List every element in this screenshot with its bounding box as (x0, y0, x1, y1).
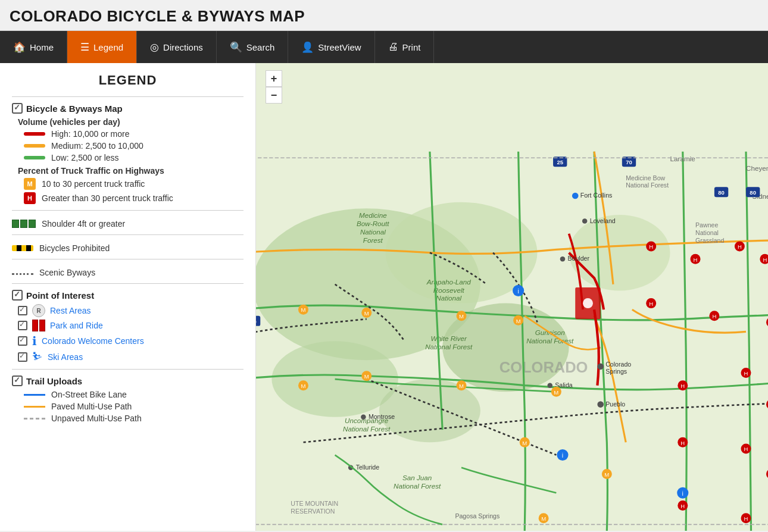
svg-text:Medicine: Medicine (359, 211, 387, 219)
rest-badge: R (32, 304, 45, 317)
paved-path-swatch (24, 406, 45, 408)
trail-checkbox[interactable] (12, 375, 23, 386)
svg-rect-123 (256, 316, 260, 326)
bicycles-label: Bicycles Prohibited (39, 243, 110, 253)
bicycles-section: Bicycles Prohibited (12, 234, 243, 259)
svg-text:70: 70 (626, 159, 632, 165)
nav-directions-label: Directions (163, 42, 203, 52)
svg-text:H: H (680, 440, 685, 446)
truck-m-badge: M (24, 178, 36, 190)
svg-point-27 (582, 218, 587, 223)
volume-high-label: High: 10,000 or more (51, 129, 130, 139)
ski-checkbox[interactable] (18, 352, 27, 362)
svg-text:i: i (682, 490, 683, 497)
content-area: LEGEND Bicycle & Byways Map Volume (vehi… (0, 63, 768, 531)
bicycles-item: Bicycles Prohibited (12, 243, 243, 253)
rest-checkbox[interactable] (18, 306, 27, 315)
svg-text:COLORADO: COLORADO (499, 359, 588, 375)
svg-text:Montrose: Montrose (369, 413, 395, 420)
streetview-icon: 👤 (301, 41, 314, 54)
svg-point-31 (597, 364, 604, 370)
svg-point-34 (547, 383, 552, 387)
nav-home-label: Home (30, 42, 54, 52)
svg-text:M: M (522, 440, 527, 446)
nav-legend[interactable]: ☰ Legend (67, 31, 137, 63)
nav-streetview-label: StreetView (318, 42, 361, 52)
nav-bar: 🏠 Home ☰ Legend ◎ Directions 🔍 Search 👤 … (0, 31, 768, 63)
scenic-label: Scenic Byways (39, 268, 95, 277)
home-icon: 🏠 (13, 41, 26, 54)
svg-text:M: M (301, 306, 306, 313)
svg-text:Bow-Routt: Bow-Routt (357, 220, 389, 227)
svg-text:National: National (360, 228, 386, 236)
nav-streetview[interactable]: 👤 StreetView (288, 31, 374, 63)
svg-text:Loveland: Loveland (590, 217, 616, 224)
svg-text:25: 25 (557, 159, 563, 165)
map-svg: Medicine Bow-Routt National Forest Arapa… (256, 63, 768, 531)
volume-high: High: 10,000 or more (24, 129, 243, 139)
volume-medium: Medium: 2,500 to 10,000 (24, 141, 243, 151)
bike-lane-label: On-Street Bike Lane (51, 390, 127, 399)
svg-text:Pueblo: Pueblo (605, 400, 625, 408)
svg-text:Forest: Forest (363, 236, 383, 244)
print-icon: 🖨 (388, 41, 398, 53)
svg-point-29 (560, 256, 565, 261)
zoom-out-button[interactable]: − (266, 87, 282, 104)
svg-text:H: H (680, 383, 685, 389)
svg-text:i: i (562, 452, 563, 459)
nav-search[interactable]: 🔍 Search (217, 31, 289, 63)
svg-text:M: M (516, 318, 521, 324)
svg-text:70: 70 (256, 318, 257, 325)
map-area[interactable]: + − Medicine Bow-Routt National Forest A… (256, 63, 768, 531)
shoulder-swatch (12, 220, 36, 228)
svg-text:Roosevelt: Roosevelt (433, 286, 465, 294)
svg-text:Pagosa Springs: Pagosa Springs (455, 512, 499, 520)
welcome-checkbox[interactable] (18, 336, 27, 346)
bike-lane-swatch (24, 394, 45, 396)
svg-text:Boulder: Boulder (567, 255, 589, 262)
truck-h-label: Greater than 30 percent truck traffic (42, 193, 173, 203)
svg-text:UTE MOUNTAIN: UTE MOUNTAIN (291, 500, 338, 507)
poi-section: Point of Interest R Rest Areas Park and … (12, 283, 243, 369)
svg-text:H: H (712, 313, 716, 320)
bicycle-byways-section: Bicycle & Byways Map Volume (vehicles pe… (12, 96, 243, 210)
trail-unpaved: Unpaved Multi-Use Path (24, 414, 243, 423)
svg-text:80: 80 (718, 189, 725, 196)
svg-text:Pawnee: Pawnee (695, 221, 718, 229)
bicycles-swatch (12, 245, 33, 251)
bicycle-byways-checkbox[interactable] (12, 103, 23, 114)
ski-label: Ski Areas (48, 352, 83, 362)
poi-park: Park and Ride (18, 320, 243, 331)
trail-section: Trail Uploads On-Street Bike Lane Paved … (12, 369, 243, 429)
shoulder-section: Shoulder 4ft or greater (12, 210, 243, 234)
nav-search-label: Search (246, 42, 275, 52)
nav-print[interactable]: 🖨 Print (375, 31, 435, 63)
truck-h-badge: H (24, 192, 36, 204)
unpaved-path-label: Unpaved Multi-Use Path (51, 414, 142, 423)
park-label: Park and Ride (50, 321, 103, 330)
scenic-section: Scenic Byways (12, 259, 243, 283)
page-title-bar: COLORADO BICYCLE & BYWAYS MAP (0, 0, 768, 31)
ski-badge: ⛷ (32, 351, 43, 363)
zoom-in-button[interactable]: + (266, 70, 282, 87)
svg-text:Springs: Springs (605, 368, 627, 375)
poi-ski: ⛷ Ski Areas (18, 351, 243, 363)
svg-text:Cheyenne: Cheyenne (746, 164, 768, 172)
nav-home[interactable]: 🏠 Home (0, 31, 67, 63)
svg-text:M: M (459, 313, 464, 320)
poi-welcome: ℹ Colorado Welcome Centers (18, 334, 243, 348)
high-swatch (24, 132, 45, 136)
truck-title: Percent of Truck Traffic on Highways (18, 166, 243, 176)
rest-label: Rest Areas (50, 306, 90, 315)
search-icon: 🔍 (230, 41, 242, 54)
park-checkbox[interactable] (18, 321, 27, 330)
svg-text:National: National (436, 294, 461, 302)
shoulder-label: Shoulder 4ft or greater (42, 219, 125, 229)
scenic-swatch (12, 273, 33, 275)
svg-text:H: H (694, 256, 698, 263)
poi-checkbox[interactable] (12, 290, 23, 301)
nav-directions[interactable]: ◎ Directions (137, 31, 217, 63)
svg-point-40 (597, 401, 604, 408)
svg-text:Telluride: Telluride (356, 464, 380, 471)
svg-text:RESERVATION: RESERVATION (291, 508, 335, 515)
